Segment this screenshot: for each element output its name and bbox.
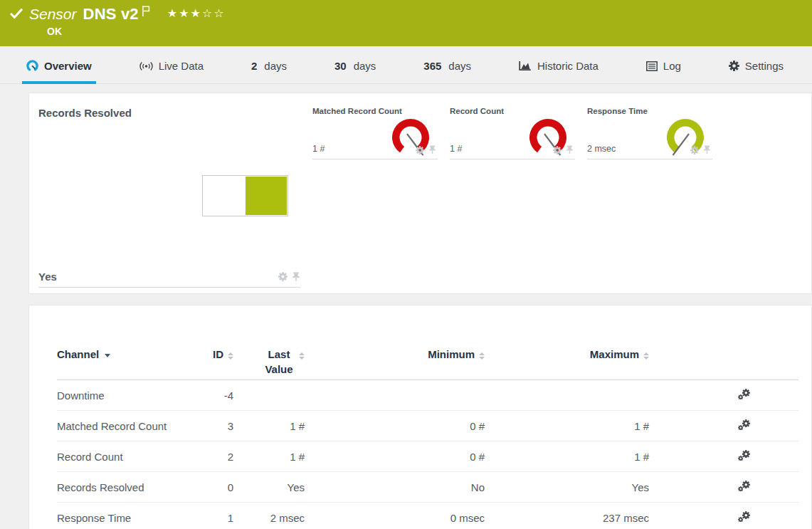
header-minimum[interactable]: Minimum [305, 305, 485, 380]
pin-icon[interactable] [428, 145, 436, 154]
sort-toggle-icon [479, 352, 485, 360]
historic-chart-icon [519, 61, 532, 71]
indicator-fill [246, 177, 287, 215]
gauge-title: Record Count [450, 107, 575, 115]
tab-number: 2 [251, 60, 257, 72]
gear-icon[interactable] [416, 146, 424, 154]
stars-empty: ☆☆ [202, 7, 226, 19]
channel-name-cell[interactable]: Response Time [57, 503, 185, 529]
gauge-row: Matched Record Count 1 # Record Count 1 … [312, 93, 712, 293]
records-resolved-indicator [202, 175, 288, 216]
last-value-cell: 2 msec [233, 503, 305, 529]
channel-id-cell: 2 [185, 441, 233, 472]
gear-icon[interactable] [278, 272, 288, 281]
sensor-header-bar: Sensor DNS v2 ★★★☆☆ OK [0, 0, 812, 46]
gauge-title: Response Time [587, 107, 712, 115]
gauge-icon [26, 60, 38, 72]
tab-365-days[interactable]: 365 days [419, 54, 475, 84]
tab-log[interactable]: Log [642, 54, 685, 84]
tab-label: days [448, 60, 471, 72]
pin-icon[interactable] [566, 145, 574, 154]
tab-number: 30 [334, 60, 347, 72]
channel-id-cell: 1 [185, 503, 233, 529]
log-icon [646, 61, 658, 71]
priority-stars[interactable]: ★★★☆☆ [167, 6, 226, 20]
minimum-cell: 0 # [305, 411, 485, 441]
records-resolved-card: Records Resolved Yes [29, 93, 312, 293]
table-row: Records Resolved 0 Yes No Yes [57, 472, 798, 503]
maximum-cell: 237 msec [485, 503, 649, 529]
last-value-cell [233, 380, 305, 411]
channel-id-cell: 0 [185, 472, 233, 503]
header-label: ID [213, 348, 223, 360]
header-last-value[interactable]: Last Value [233, 305, 305, 380]
maximum-cell: 1 # [485, 441, 649, 472]
tab-historic-data[interactable]: Historic Data [515, 54, 603, 84]
tab-label: Settings [745, 60, 784, 72]
gauge-record-count: Record Count 1 # [450, 107, 575, 159]
status-check-icon [9, 8, 23, 19]
channel-id-cell: 3 [185, 411, 233, 441]
minimum-cell: No [305, 472, 485, 503]
table-row: Matched Record Count 3 1 # 0 # 1 # [57, 411, 798, 441]
records-resolved-footer: Yes [38, 271, 300, 288]
tab-30-days[interactable]: 30 days [330, 54, 380, 84]
channel-name-cell[interactable]: Records Resolved [57, 472, 185, 503]
tab-label: days [354, 60, 376, 72]
header-label: Minimum [428, 348, 475, 360]
sensor-type-label: Sensor [29, 6, 77, 23]
sort-desc-icon [105, 354, 110, 357]
header-maximum[interactable]: Maximum [485, 305, 649, 380]
status-badge: OK [47, 26, 62, 37]
stars-filled: ★★★ [167, 7, 202, 19]
gauge-value: 1 # [312, 144, 325, 154]
gauge-value: 2 msec [587, 144, 616, 154]
gauge-title: Matched Record Count [312, 107, 438, 115]
table-header-row: Channel ID Last Value Minimum Maximum [57, 305, 798, 380]
tab-label: days [264, 60, 287, 72]
priority-flag-icon[interactable] [142, 6, 150, 16]
gauge-matched-record-count: Matched Record Count 1 # [312, 107, 438, 159]
tab-2-days[interactable]: 2 days [247, 54, 291, 84]
tab-bar: Overview Live Data 2 days 30 days 365 da… [0, 46, 812, 84]
minimum-cell: 0 # [305, 441, 485, 472]
sort-toggle-icon [643, 352, 649, 360]
gear-icon[interactable] [553, 146, 561, 154]
header-id[interactable]: ID [185, 305, 233, 380]
header-channel[interactable]: Channel [57, 305, 185, 380]
tab-live-data[interactable]: Live Data [135, 54, 208, 84]
pin-icon[interactable] [292, 272, 300, 282]
channel-settings-icon[interactable] [738, 389, 750, 400]
channel-settings-icon[interactable] [738, 419, 750, 431]
header-label: Maximum [590, 348, 639, 360]
tab-label: Overview [44, 60, 92, 72]
channel-id-cell: -4 [185, 380, 233, 411]
sensor-title-row: Sensor DNS v2 ★★★☆☆ [0, 0, 812, 23]
channel-name-cell[interactable]: Record Count [57, 441, 185, 472]
records-resolved-title: Records Resolved [38, 107, 312, 119]
sort-toggle-icon [228, 352, 233, 360]
records-resolved-value: Yes [38, 271, 57, 283]
channel-table-panel: Channel ID Last Value Minimum Maximum Do… [28, 305, 812, 529]
tab-overview[interactable]: Overview [22, 54, 96, 84]
channel-name-cell[interactable]: Downtime [57, 380, 185, 411]
minimum-cell: 0 msec [305, 503, 485, 529]
sensor-name: DNS v2 [83, 6, 139, 23]
channel-settings-icon[interactable] [738, 511, 750, 523]
maximum-cell: 1 # [485, 411, 649, 441]
header-actions [649, 305, 798, 380]
channel-settings-icon[interactable] [738, 450, 750, 461]
table-row: Record Count 2 1 # 0 # 1 # [57, 441, 798, 472]
gauge-value: 1 # [450, 144, 462, 154]
header-label: Last Value [263, 347, 295, 377]
channel-settings-icon[interactable] [738, 481, 750, 492]
channel-table-body: Downtime -4 Matched Record Count 3 1 # 0… [57, 380, 798, 529]
pin-icon[interactable] [703, 145, 711, 154]
tab-settings[interactable]: Settings [724, 54, 788, 84]
gauge-response-time: Response Time 2 msec [587, 107, 712, 159]
channel-table: Channel ID Last Value Minimum Maximum Do… [57, 305, 798, 529]
channel-name-cell[interactable]: Matched Record Count [57, 411, 185, 441]
maximum-cell [485, 380, 649, 411]
header-label: Channel [57, 348, 99, 360]
gear-icon[interactable] [690, 146, 699, 154]
